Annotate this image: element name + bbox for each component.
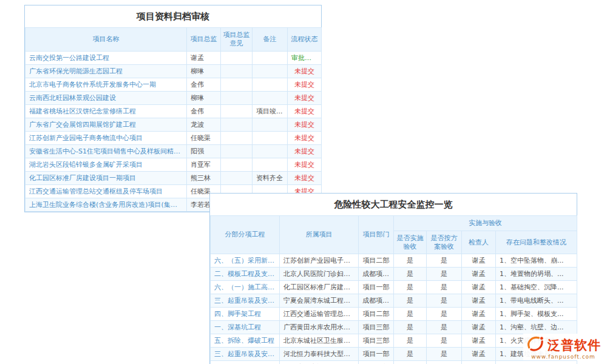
remark-cell — [253, 78, 288, 91]
col-project-dept: 项目部门 — [359, 216, 394, 254]
opinion-cell — [221, 131, 253, 144]
status-cell[interactable]: 未提交 — [288, 104, 322, 118]
plan-accept-cell: 是 — [427, 308, 462, 321]
impl-accept-cell: 是 — [394, 361, 427, 364]
project-dept-cell: 项目二部 — [359, 254, 394, 268]
owner-project-cell: 江苏创新产业园电子商务物... — [280, 254, 359, 268]
plan-accept-cell: 是 — [427, 334, 462, 348]
status-cell[interactable]: 未提交 — [288, 118, 322, 131]
director-cell: 阳强 — [187, 144, 221, 158]
table-row: 云南交投第一公路建设工程谢孟审批通过 — [25, 51, 322, 64]
owner-project-cell: 化工园区标准厂房建设项目... — [280, 281, 359, 294]
opinion-cell — [221, 51, 253, 64]
project-name-cell[interactable]: 安徽省生活中心-S1住宅项目销售中心及样板间精装修及配套 — [25, 144, 187, 158]
project-dept-cell: 项目三部 — [359, 321, 394, 334]
project-name-cell[interactable]: 福建省桃场社区汉饼纪念堂修缮工程 — [25, 104, 187, 118]
issues-cell: 1、脚手架、模板支... — [496, 308, 577, 321]
project-name-cell[interactable]: 江西交通运输管理总站交通枢纽及停车场项目 — [25, 184, 187, 198]
remark-cell — [253, 64, 288, 78]
project-dept-cell: 项目二部 — [359, 361, 394, 364]
subproject-cell[interactable]: 二、模板工程及支撑体系 — [211, 268, 280, 281]
plan-accept-cell: 是 — [427, 348, 462, 361]
fanpu-logo-icon — [526, 335, 545, 355]
inspector-cell: 谢孟 — [462, 308, 496, 321]
issues-cell: 1、沟壑、坑壁、边... — [496, 321, 577, 334]
project-name-cell[interactable]: 上海卫生院业务综合楼(含业务用房改造)项目(集中隔离医学观察... — [25, 198, 187, 211]
subproject-cell[interactable]: 四、脚手架工程 — [211, 308, 280, 321]
project-name-cell[interactable]: 湖北岩头区段铅锌银多金属矿开采项目 — [25, 158, 187, 171]
safety-header-row-1: 分部分项工程 所属项目 项目部门 实施与验收 — [211, 216, 577, 231]
subproject-cell[interactable]: 五、拆除、爆破工程 — [211, 334, 280, 348]
status-cell[interactable]: 审批通过 — [288, 51, 322, 64]
project-name-cell[interactable]: 北京市电子商务软件系统开发服务中心一期 — [25, 78, 187, 91]
status-cell[interactable]: 未提交 — [288, 158, 322, 171]
table-row: 福建省桃场社区汉饼纪念堂修缮工程金伟项目竣...未提交 — [25, 104, 322, 118]
owner-project-cell: 河北恒力泰科技大型高端智... — [280, 348, 359, 361]
subproject-cell[interactable]: 三、起重吊装及安装拆卸工... — [211, 294, 280, 308]
project-name-cell[interactable]: 云南西北旺园林景观公园建设 — [25, 91, 187, 104]
archive-review-panel: 项目资料归档审核 项目名称 项目总监 项目总监意见 备注 流程状态 云南交投第一… — [24, 5, 322, 212]
col-plan-accept: 是否按方案验收 — [427, 231, 462, 254]
opinion-cell — [221, 91, 253, 104]
issues-cell: 1、带电电线断头、... — [496, 294, 577, 308]
table-row: 安徽省生活中心-S1住宅项目销售中心及样板间精装修及配套阳强未提交 — [25, 144, 322, 158]
col-director: 项目总监 — [187, 28, 221, 52]
director-cell: 谢孟 — [187, 51, 221, 64]
status-cell[interactable]: 未提交 — [288, 171, 322, 184]
opinion-cell — [221, 104, 253, 118]
subproject-cell[interactable]: 六、（一）施工高度50M及... — [211, 281, 280, 294]
col-inspector: 检查人 — [462, 231, 496, 254]
status-cell[interactable]: 未提交 — [288, 78, 322, 91]
issues-cell: 1、洞... — [496, 361, 577, 364]
opinion-cell — [221, 78, 253, 91]
subproject-cell[interactable]: 三、起重吊装及安装拆卸工... — [211, 348, 280, 361]
impl-accept-cell: 是 — [394, 348, 427, 361]
plan-accept-cell: 是 — [427, 254, 462, 268]
plan-accept-cell: 是 — [427, 268, 462, 281]
opinion-cell — [221, 158, 253, 171]
vendor-url-text: www.fanpusoft.com — [531, 354, 595, 360]
opinion-cell — [221, 144, 253, 158]
plan-accept-cell: 是 — [427, 281, 462, 294]
director-cell: 金伟 — [187, 78, 221, 91]
status-cell[interactable]: 未提交 — [288, 144, 322, 158]
table-row: 化工园区标准厂房建设项目一期项目熊三林资料齐全未提交 — [25, 171, 322, 184]
owner-project-cell: 北京人民医院门诊妇儿楼工... — [280, 268, 359, 281]
inspector-cell: 谢孟 — [462, 321, 496, 334]
subproject-cell[interactable]: 二、模板工程及支撑体系 — [211, 361, 280, 364]
safety-monitor-panel: 危险性较大工程安全监控一览 分部分项工程 所属项目 项目部门 实施与验收 是否实… — [209, 193, 577, 364]
project-name-cell[interactable]: 广东省广交会展馆四期展馆扩建工程 — [25, 118, 187, 131]
col-impl-accept: 是否实施验收 — [394, 231, 427, 254]
inspector-cell: 谢孟 — [462, 268, 496, 281]
subproject-cell[interactable]: 六、（五）采用新技术、工... — [211, 254, 280, 268]
opinion-cell — [221, 171, 253, 184]
vendor-watermark: 泛普软件 www.fanpusoft.com — [523, 334, 605, 360]
issues-cell: 1、空中坠落物、崩... — [496, 254, 577, 268]
plan-accept-cell: 是 — [427, 361, 462, 364]
inspector-cell: 谢孟 — [462, 361, 496, 364]
page-canvas: 项目资料归档审核 项目名称 项目总监 项目总监意见 备注 流程状态 云南交投第一… — [0, 0, 607, 364]
status-cell[interactable]: 未提交 — [288, 64, 322, 78]
project-dept-cell: 成都项目部 — [359, 294, 394, 308]
remark-cell — [253, 91, 288, 104]
project-name-cell[interactable]: 广东省环保光明能源生态园工程 — [25, 64, 187, 78]
remark-cell — [253, 131, 288, 144]
project-name-cell[interactable]: 江苏创新产业园电子商务物流中心项目 — [25, 131, 187, 144]
impl-accept-cell: 是 — [394, 294, 427, 308]
director-cell: 龙波 — [187, 118, 221, 131]
director-cell: 肖亚军 — [187, 158, 221, 171]
remark-cell — [253, 158, 288, 171]
status-cell[interactable]: 未提交 — [288, 131, 322, 144]
col-subproject: 分部分项工程 — [211, 216, 280, 254]
col-project-name: 项目名称 — [25, 28, 187, 52]
project-name-cell[interactable]: 云南交投第一公路建设工程 — [25, 51, 187, 64]
archive-review-table: 项目名称 项目总监 项目总监意见 备注 流程状态 云南交投第一公路建设工程谢孟审… — [25, 27, 322, 212]
opinion-cell — [221, 64, 253, 78]
project-dept-cell: 项目一部 — [359, 348, 394, 361]
status-cell[interactable]: 未提交 — [288, 91, 322, 104]
col-flow-status: 流程状态 — [288, 28, 322, 52]
impl-accept-cell: 是 — [394, 321, 427, 334]
project-name-cell[interactable]: 化工园区标准厂房建设项目一期项目 — [25, 171, 187, 184]
table-row: 六、（一）施工高度50M及...化工园区标准厂房建设项目...项目一部是是谢孟1… — [211, 281, 577, 294]
subproject-cell[interactable]: 一、深基坑工程 — [211, 321, 280, 334]
